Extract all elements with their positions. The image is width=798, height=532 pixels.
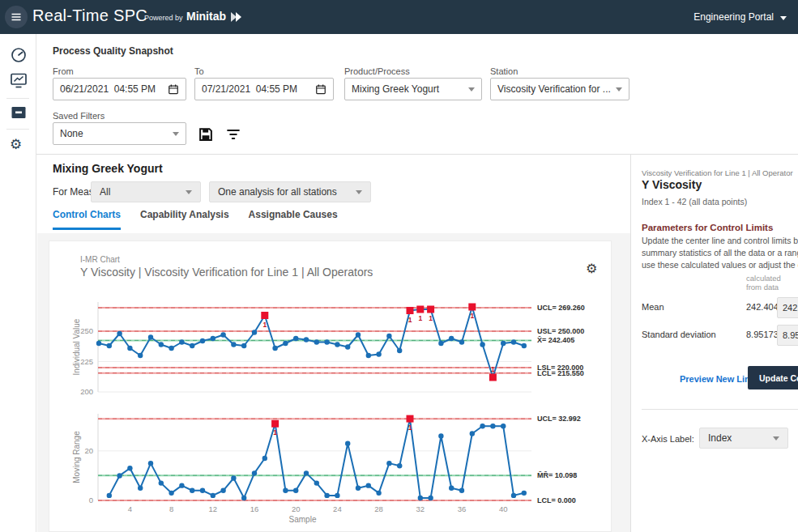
imr-chart-card: I-MR Chart Y Viscosity | Viscosity Verif… <box>49 240 612 532</box>
params-heading: Parameters for Control Limits <box>642 223 773 232</box>
svg-text:12: 12 <box>209 504 218 513</box>
to-label: To <box>194 66 204 76</box>
tab-capability-analysis[interactable]: Capability Analysis <box>140 209 229 230</box>
panel-subtitle: Viscosity Verification for Line 1 | All … <box>642 168 793 177</box>
panel-title: Y Viscosity <box>642 178 702 191</box>
svg-text:1: 1 <box>418 314 422 322</box>
panel-divider <box>642 409 798 410</box>
params-description: Update the center line and control limit… <box>642 236 798 245</box>
chevron-down-icon <box>616 87 622 92</box>
portal-selector[interactable]: Engineering Portal <box>693 11 774 23</box>
svg-text:4: 4 <box>128 504 132 513</box>
chevron-down-icon <box>468 87 475 92</box>
sidebar-item-settings gear-icon[interactable]: ⚙ <box>10 137 28 155</box>
minitab-logo-icon <box>230 12 242 22</box>
svg-text:36: 36 <box>458 504 467 513</box>
svg-text:0: 0 <box>89 496 93 504</box>
calculated-column-header: calculated <box>746 274 781 283</box>
app-title: Real-Time SPC <box>32 6 147 25</box>
imr-chart-svg: UCL= 269.260USL= 250.000X̄= 242.405LSL= … <box>58 288 612 531</box>
svg-text:Individual Value: Individual Value <box>72 318 81 375</box>
svg-text:28: 28 <box>374 504 383 513</box>
chart-type-label: I-MR Chart <box>80 255 120 264</box>
calculated-column-header: from data <box>746 283 779 292</box>
sidebar-divider <box>6 98 29 99</box>
svg-text:Moving Range: Moving Range <box>72 431 81 483</box>
right-panel: Viscosity Verification for Line 1 | All … <box>630 155 798 532</box>
stdev-label: Standard deviation <box>642 330 716 339</box>
chevron-down-icon <box>773 436 779 440</box>
page-title: Mixing Greek Yogurt <box>53 162 163 175</box>
tab-bar: Control Charts Capability Analysis Assig… <box>53 209 338 230</box>
to-date-input[interactable]: 07/21/2021 04:55 PM <box>194 78 334 100</box>
save-filter-button floppy-icon[interactable] <box>198 126 214 143</box>
hamburger-icon <box>10 11 23 23</box>
chevron-down-icon <box>173 132 179 136</box>
station-select[interactable]: Viscosity Verification for ... <box>490 78 629 100</box>
svg-text:1: 1 <box>262 321 267 329</box>
svg-text:UCL= 32.992: UCL= 32.992 <box>537 415 581 423</box>
tab-control-charts[interactable]: Control Charts <box>53 209 121 230</box>
brand-name: Minitab <box>186 10 226 23</box>
svg-text:1: 1 <box>491 365 495 373</box>
product-process-select[interactable]: Mixing Greek Yogurt <box>344 78 482 100</box>
svg-text:X̄= 242.405: X̄= 242.405 <box>537 336 574 344</box>
chevron-down-icon <box>356 190 362 194</box>
svg-text:32: 32 <box>416 504 425 513</box>
station-label: Station <box>490 66 518 76</box>
sidebar-item-dashboard gauge-icon[interactable] <box>10 46 28 64</box>
analysis-mode-select[interactable]: One analysis for all stations <box>209 181 371 202</box>
svg-text:1: 1 <box>273 428 277 436</box>
svg-text:20: 20 <box>84 446 93 455</box>
sidebar-divider <box>6 129 29 130</box>
from-label: From <box>53 66 74 76</box>
svg-text:16: 16 <box>250 504 259 513</box>
chart-title: Y Viscosity | Viscosity Verification for… <box>80 266 373 279</box>
svg-text:1: 1 <box>408 423 412 432</box>
params-description: summary statistics of all the data or a … <box>642 248 798 257</box>
chevron-down-icon <box>186 190 192 194</box>
measure-select[interactable]: All <box>91 181 201 202</box>
left-sidebar: ⚙ <box>0 34 36 532</box>
svg-text:200: 200 <box>80 387 93 396</box>
sidebar-item-monitoring monitor-chart-icon[interactable] <box>10 71 28 89</box>
powered-by-label: Powered by <box>144 14 183 22</box>
mean-label: Mean <box>642 302 664 312</box>
svg-text:UCL= 269.260: UCL= 269.260 <box>537 304 585 312</box>
saved-filters-select[interactable]: None <box>53 122 186 145</box>
chart-settings-button gear-icon[interactable]: ⚙ <box>586 261 597 276</box>
svg-text:LCL= 0.000: LCL= 0.000 <box>537 496 576 504</box>
svg-text:USL= 250.000: USL= 250.000 <box>537 327 584 335</box>
svg-text:24: 24 <box>333 504 342 513</box>
svg-text:225: 225 <box>80 357 93 366</box>
hamburger-menu-button[interactable] <box>5 6 28 28</box>
svg-text:1: 1 <box>429 314 433 322</box>
svg-text:LCL= 215.550: LCL= 215.550 <box>537 369 584 377</box>
top-header: Real-Time SPC Powered by Minitab Enginee… <box>0 0 798 34</box>
svg-text:M̄R̄= 10.098: M̄R̄= 10.098 <box>537 471 577 479</box>
from-date-input[interactable]: 06/21/2021 04:55 PM <box>53 78 186 100</box>
svg-text:250: 250 <box>80 326 93 335</box>
tab-assignable-causes[interactable]: Assignable Causes <box>249 209 338 230</box>
svg-text:20: 20 <box>292 504 301 513</box>
svg-text:1: 1 <box>470 312 474 320</box>
product-process-label: Product/Process <box>344 66 410 76</box>
x-axis-label: X-Axis Label: <box>642 434 694 444</box>
sidebar-item-archive archive-box-icon[interactable] <box>10 104 28 121</box>
x-axis-select[interactable]: Index <box>699 428 788 449</box>
section-title: Process Quality Snapshot <box>53 45 173 57</box>
calendar-icon <box>315 83 326 95</box>
stdev-input[interactable] <box>777 325 798 346</box>
app-root: Real-Time SPC Powered by Minitab Enginee… <box>0 0 798 532</box>
params-description: use these calculated values or adjust th… <box>642 260 798 270</box>
filter-button filter-lines-icon[interactable] <box>225 126 241 143</box>
panel-index-note: Index 1 - 42 (all data points) <box>642 197 747 206</box>
svg-text:8: 8 <box>169 504 173 513</box>
saved-filters-label: Saved Filters <box>53 111 105 121</box>
svg-text:Sample: Sample <box>289 515 317 524</box>
update-control-limits-button[interactable]: Update Control Limits <box>748 366 798 389</box>
svg-text:1: 1 <box>408 316 412 324</box>
mean-input[interactable] <box>777 297 798 318</box>
chevron-down-icon <box>780 16 787 20</box>
svg-text:40: 40 <box>499 504 508 513</box>
